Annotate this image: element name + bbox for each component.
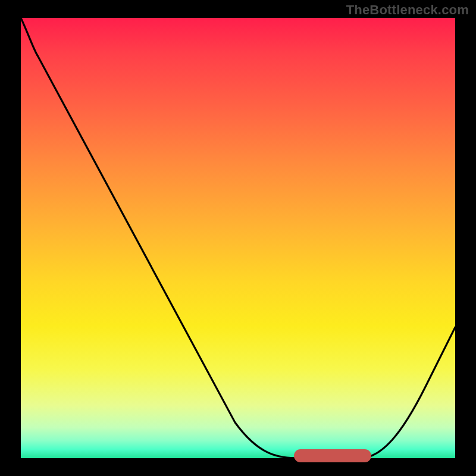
bottleneck-curve (21, 18, 455, 458)
plot-area (21, 18, 455, 458)
optimal-range-marker (294, 449, 371, 462)
curve-path (21, 18, 455, 458)
watermark-text: TheBottleneck.com (346, 2, 469, 18)
